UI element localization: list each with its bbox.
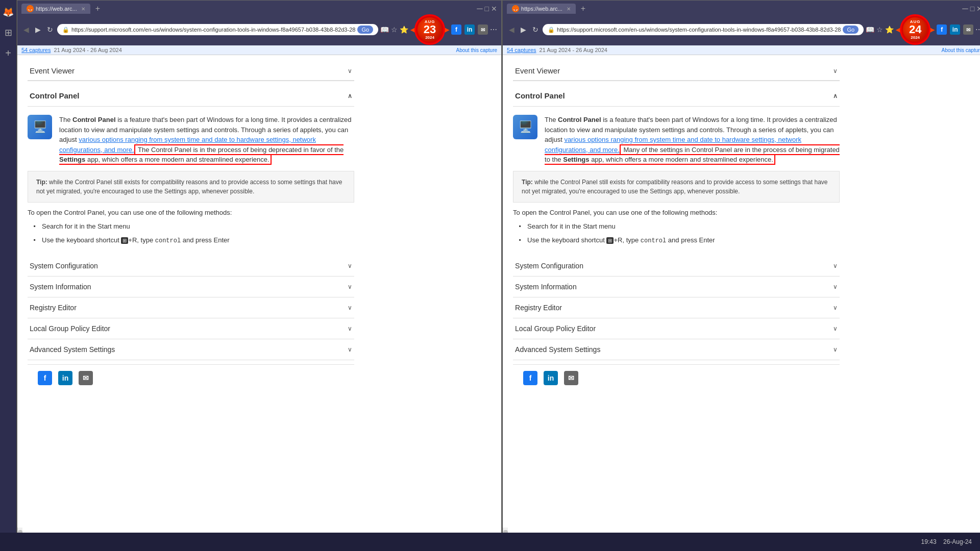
right-reader-icon[interactable]: 📖: [866, 26, 874, 34]
taskbar-add-icon[interactable]: +: [0, 45, 16, 61]
right-browser-chrome: 🦊 https://web.arc... ✕ + ─ □ ✕ ◀ ▶ ↻: [503, 1, 980, 45]
left-browser-tab[interactable]: 🦊 https://web.arc... ✕: [21, 4, 90, 14]
left-registry-header[interactable]: Registry Editor ∨: [28, 297, 354, 318]
right-toolbar-right: 📖 ☆ ⭐ ◀ AUG 24 2024 ▶: [866, 16, 980, 43]
right-minimize-btn[interactable]: ─: [962, 4, 968, 13]
right-system-info-header[interactable]: System Information ∨: [513, 277, 840, 297]
left-badge-day: 23: [424, 24, 436, 35]
left-lgpe-header[interactable]: Local Group Policy Editor ∨: [28, 318, 354, 339]
left-adv-sys-label: Advanced System Settings: [30, 345, 115, 354]
left-bookmark-icon[interactable]: ☆: [391, 26, 398, 34]
left-tip-bold: Tip:: [36, 179, 47, 186]
taskbar-datetime: 19:43 26-Aug-24: [921, 538, 972, 545]
left-about-capture-link[interactable]: About this capture: [456, 47, 497, 53]
right-method1-item: Search for it in the Start menu: [519, 221, 840, 232]
left-close-btn[interactable]: ✕: [491, 5, 497, 13]
left-back-btn[interactable]: ◀: [21, 24, 31, 35]
right-event-viewer-section: Event Viewer ∨: [513, 61, 840, 81]
right-method2-pre: Use the keyboard shortcut: [527, 236, 606, 244]
right-forward-btn[interactable]: ▶: [519, 24, 528, 35]
left-method2-pre: Use the keyboard shortcut: [42, 236, 121, 244]
left-registry-section: Registry Editor ∨: [28, 297, 354, 318]
right-methods-list: Search for it in the Start menu Use the …: [513, 221, 840, 246]
right-go-btn[interactable]: Go: [843, 26, 859, 34]
right-registry-header[interactable]: Registry Editor ∨: [513, 297, 840, 318]
right-wayback-badge[interactable]: AUG 24 2024: [901, 16, 929, 43]
right-cp-header[interactable]: Control Panel ∧: [513, 87, 840, 107]
right-new-tab-btn[interactable]: +: [579, 4, 587, 13]
right-cp-intro: The: [545, 116, 558, 123]
right-footer-li-icon[interactable]: in: [544, 371, 558, 385]
taskbar-browser-icon[interactable]: 🦊: [0, 4, 16, 20]
right-system-config-chevron: ∨: [833, 262, 838, 269]
right-badge-prev-arrow[interactable]: ◀: [896, 26, 901, 34]
taskbar-windows-icon[interactable]: ⊞: [0, 24, 16, 41]
left-forward-btn[interactable]: ▶: [33, 24, 43, 35]
right-cp-chevron: ∧: [833, 92, 838, 99]
right-toolbar-li-icon[interactable]: in: [950, 24, 960, 35]
right-methods-text: To open the Control Panel, you can use o…: [513, 209, 840, 216]
left-maximize-btn[interactable]: □: [485, 5, 489, 13]
right-method2-code: +R, type control: [614, 236, 666, 244]
right-about-capture-link[interactable]: About this capture: [942, 47, 980, 53]
left-page-footer: f in ✉: [28, 364, 354, 391]
right-registry-section: Registry Editor ∨: [513, 297, 840, 318]
left-adv-sys-header[interactable]: Advanced System Settings ∨: [28, 339, 354, 360]
left-registry-label: Registry Editor: [30, 304, 77, 312]
left-badge-prev-arrow[interactable]: ◀: [410, 26, 416, 34]
left-cp-header[interactable]: Control Panel ∧: [28, 87, 354, 107]
left-tip-text: while the Control Panel still exists for…: [36, 179, 342, 195]
right-captures-link[interactable]: 54 captures: [507, 47, 536, 53]
left-system-config-label: System Configuration: [30, 262, 98, 270]
right-system-config-header[interactable]: System Configuration ∨: [513, 256, 840, 276]
left-star-icon[interactable]: ⭐: [400, 26, 408, 34]
left-reader-icon[interactable]: 📖: [380, 26, 389, 34]
right-adv-sys-header[interactable]: Advanced System Settings ∨: [513, 339, 840, 360]
right-back-btn[interactable]: ◀: [507, 24, 517, 35]
left-footer-li-icon[interactable]: in: [58, 371, 72, 385]
right-address-bar[interactable]: 🔒 https://support.microsoft.com/en-us/wi…: [543, 24, 864, 35]
right-footer-mail-icon[interactable]: ✉: [564, 371, 578, 385]
left-footer-fb-icon[interactable]: f: [38, 371, 52, 385]
left-system-info-header[interactable]: System Information ∨: [28, 277, 354, 297]
left-more-btn[interactable]: ⋯: [490, 26, 497, 34]
left-tab-close[interactable]: ✕: [81, 6, 85, 12]
right-cp-text: The Control Panel is a feature that's be…: [545, 115, 840, 165]
left-tip-box: Tip: while the Control Panel still exist…: [28, 171, 354, 203]
left-go-btn[interactable]: Go: [357, 26, 373, 34]
left-new-tab-btn[interactable]: +: [93, 4, 102, 13]
left-toolbar-fb-icon[interactable]: f: [451, 24, 461, 35]
right-system-config-label: System Configuration: [515, 262, 583, 270]
right-toolbar-social: f in ✉: [937, 24, 973, 35]
left-toolbar-li-icon[interactable]: in: [464, 24, 475, 35]
right-badge-next-arrow[interactable]: ▶: [929, 26, 935, 34]
right-star-icon[interactable]: ⭐: [885, 26, 894, 34]
right-more-btn[interactable]: ⋯: [975, 26, 980, 34]
right-browser-tab[interactable]: 🦊 https://web.arc... ✕: [507, 4, 576, 14]
taskbar-date: 26-Aug-24: [943, 538, 972, 545]
right-maximize-btn[interactable]: □: [970, 5, 974, 13]
left-reload-btn[interactable]: ↻: [45, 24, 55, 35]
left-captures-link[interactable]: 54 captures: [21, 47, 51, 53]
left-minimize-btn[interactable]: ─: [477, 4, 482, 13]
right-tab-close[interactable]: ✕: [567, 6, 571, 12]
left-system-config-header[interactable]: System Configuration ∨: [28, 256, 354, 276]
left-toolbar-mail-icon[interactable]: ✉: [478, 24, 488, 35]
left-taskbar: 🦊 ⊞ +: [0, 0, 17, 551]
right-footer-fb-icon[interactable]: f: [523, 371, 537, 385]
left-badge-next-arrow[interactable]: ▶: [444, 26, 449, 34]
right-event-viewer-header[interactable]: Event Viewer ∨: [513, 61, 840, 81]
right-tip-bold: Tip:: [522, 179, 533, 186]
left-footer-mail-icon[interactable]: ✉: [79, 371, 93, 385]
right-bookmark-icon[interactable]: ☆: [876, 26, 883, 34]
right-lgpe-header[interactable]: Local Group Policy Editor ∨: [513, 318, 840, 339]
right-close-btn[interactable]: ✕: [976, 5, 980, 13]
right-toolbar-mail-icon[interactable]: ✉: [963, 24, 973, 35]
left-event-viewer-header[interactable]: Event Viewer ∨: [28, 61, 354, 81]
right-toolbar-fb-icon[interactable]: f: [937, 24, 947, 35]
right-address-text: https://support.microsoft.com/en-us/wind…: [557, 27, 841, 33]
left-wayback-badge[interactable]: AUG 23 2024: [416, 16, 444, 43]
left-cp-chevron: ∧: [348, 92, 352, 99]
right-reload-btn[interactable]: ↻: [530, 24, 541, 35]
left-address-bar[interactable]: 🔒 https://support.microsoft.com/en-us/wi…: [57, 24, 378, 35]
